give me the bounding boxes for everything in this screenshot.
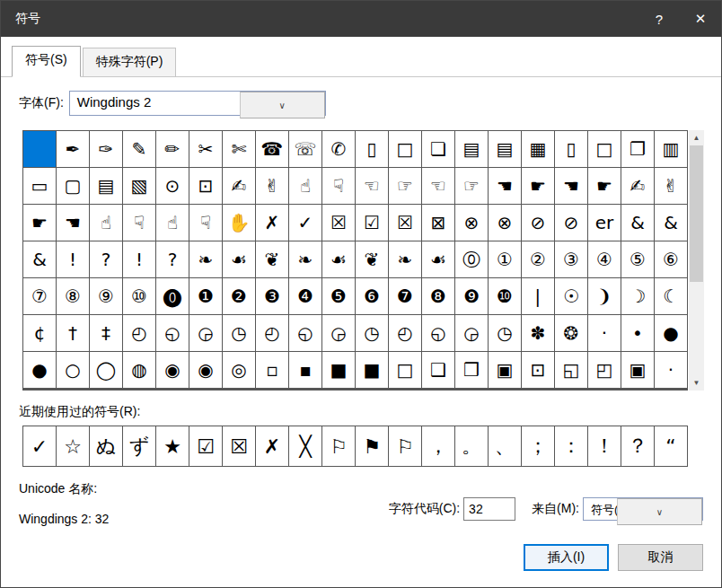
symbol-cell[interactable]: ▧	[123, 168, 155, 204]
symbol-cell[interactable]: ¢	[23, 315, 56, 351]
symbol-cell[interactable]: ☒	[389, 205, 421, 241]
font-combobox[interactable]: Wingdings 2 ∨	[69, 91, 326, 116]
symbol-cell[interactable]: ▢	[57, 168, 89, 204]
symbol-cell[interactable]: ☙	[422, 241, 454, 277]
symbol-cell[interactable]: ❹	[289, 278, 321, 314]
symbol-cell[interactable]: ⑥	[655, 241, 687, 277]
symbol-cell[interactable]: ✽	[522, 315, 554, 351]
symbol-cell[interactable]: ⊘	[555, 205, 587, 241]
symbol-cell[interactable]: ⑨	[90, 278, 122, 314]
symbol-cell[interactable]: ☎	[256, 131, 288, 167]
symbol-cell[interactable]: ⊗	[489, 205, 521, 241]
symbol-cell[interactable]: ☑	[189, 426, 222, 466]
symbol-cell[interactable]: ▦	[522, 131, 554, 167]
symbol-cell[interactable]: ☆	[57, 426, 89, 466]
symbol-cell[interactable]: ❷	[223, 278, 255, 314]
symbol-cell[interactable]: ✍	[223, 168, 255, 204]
symbol-cell[interactable]: ❽	[422, 278, 454, 314]
symbol-cell[interactable]: &	[655, 205, 687, 241]
symbol-cell[interactable]: ⓿	[156, 278, 189, 314]
symbol-cell[interactable]: □	[588, 131, 621, 167]
symbol-cell[interactable]: ☙	[223, 241, 255, 277]
symbol-cell[interactable]: ◶	[455, 315, 488, 351]
symbol-cell[interactable]: ⊠	[422, 205, 454, 241]
symbol-cell[interactable]: ❒	[455, 352, 488, 388]
symbol-cell[interactable]: 、	[489, 426, 521, 466]
symbol-cell[interactable]: ❧	[389, 241, 421, 277]
symbol-cell[interactable]: ◶	[322, 315, 355, 351]
symbol-cell[interactable]: ✒	[57, 131, 89, 167]
symbol-cell[interactable]: ◷	[489, 315, 521, 351]
symbol-cell[interactable]: ：	[555, 426, 587, 466]
symbol-cell[interactable]: ❑	[422, 352, 454, 388]
symbol-cell[interactable]: ◶	[189, 315, 222, 351]
symbol-cell[interactable]: ?	[156, 241, 189, 277]
symbol-cell[interactable]: ◍	[123, 352, 155, 388]
symbol-cell[interactable]: ✗	[256, 426, 288, 466]
symbol-cell[interactable]: ·	[588, 315, 621, 351]
symbol-cell[interactable]: ☾	[655, 278, 687, 314]
symbol-cell[interactable]: ⑦	[23, 278, 56, 314]
symbol-cell[interactable]: ⊗	[455, 205, 488, 241]
symbol-cell[interactable]: ②	[522, 241, 554, 277]
symbol-cell[interactable]: †	[57, 315, 89, 351]
symbol-cell[interactable]: er	[588, 205, 621, 241]
symbol-cell[interactable]: ⚐	[322, 426, 355, 466]
symbol-cell[interactable]: ?	[90, 241, 122, 277]
symbol-cell[interactable]: ④	[588, 241, 621, 277]
symbol-cell[interactable]: •	[621, 315, 654, 351]
symbol-cell[interactable]: ❼	[389, 278, 421, 314]
symbol-cell[interactable]: ✓	[289, 205, 321, 241]
symbol-cell[interactable]	[23, 131, 56, 167]
symbol-cell[interactable]: ✑	[90, 131, 122, 167]
symbol-cell[interactable]: ‡	[90, 315, 122, 351]
symbol-cell[interactable]: ；	[522, 426, 554, 466]
symbol-cell[interactable]: ③	[555, 241, 587, 277]
scroll-up-icon[interactable]: ▲	[689, 130, 704, 145]
symbol-cell[interactable]: ☚	[555, 168, 587, 204]
symbol-cell[interactable]: ◴	[123, 315, 155, 351]
symbol-cell[interactable]: ▫	[256, 352, 288, 388]
symbol-cell[interactable]: ▯	[555, 131, 587, 167]
chevron-down-icon[interactable]: ∨	[240, 92, 325, 118]
symbol-cell[interactable]: ❩	[588, 278, 621, 314]
symbol-cell[interactable]: ！	[588, 426, 621, 466]
symbol-cell[interactable]: ✋	[223, 205, 255, 241]
symbol-cell[interactable]: ▤	[90, 168, 122, 204]
symbol-cell[interactable]: ☞	[455, 168, 488, 204]
symbol-cell[interactable]: ❾	[455, 278, 488, 314]
symbol-cell[interactable]: ☽	[621, 278, 654, 314]
symbol-cell[interactable]: ⊘	[522, 205, 554, 241]
symbol-cell[interactable]: ✄	[223, 131, 255, 167]
symbol-cell[interactable]: !	[123, 241, 155, 277]
symbol-cell[interactable]: ⓪	[455, 241, 488, 277]
symbol-cell[interactable]: ●	[23, 352, 56, 388]
symbol-cell[interactable]: ◴	[389, 315, 421, 351]
symbol-cell[interactable]: ☉	[555, 278, 587, 314]
symbol-cell[interactable]: ◉	[189, 352, 222, 388]
symbol-cell[interactable]: ①	[489, 241, 521, 277]
symbol-cell[interactable]: ❿	[489, 278, 521, 314]
symbol-cell[interactable]: ◵	[289, 315, 321, 351]
scroll-down-icon[interactable]: ▼	[689, 375, 704, 391]
symbol-cell[interactable]: ず	[123, 426, 155, 466]
symbol-cell[interactable]: ❧	[289, 241, 321, 277]
symbol-cell[interactable]: ▭	[23, 168, 56, 204]
symbol-cell[interactable]: □	[389, 352, 421, 388]
symbol-cell[interactable]: ✂	[189, 131, 222, 167]
symbol-cell[interactable]: ❦	[256, 241, 288, 277]
symbol-cell[interactable]: ✌	[256, 168, 288, 204]
symbol-cell[interactable]: ❘	[522, 278, 554, 314]
help-button[interactable]: ?	[638, 1, 680, 37]
symbol-cell[interactable]: ⑤	[621, 241, 654, 277]
symbol-cell[interactable]: ☜	[422, 168, 454, 204]
symbol-cell[interactable]: ◱	[555, 352, 587, 388]
insert-button[interactable]: 插入(I)	[524, 544, 609, 571]
symbol-cell[interactable]: ☚	[57, 205, 89, 241]
symbol-cell[interactable]: ⊡	[189, 168, 222, 204]
symbol-cell[interactable]: ◵	[156, 315, 189, 351]
symbol-cell[interactable]: ☝	[90, 205, 122, 241]
symbol-cell[interactable]: ✌	[655, 168, 687, 204]
symbol-cell[interactable]: ☛	[588, 168, 621, 204]
symbol-cell[interactable]: ❶	[189, 278, 222, 314]
